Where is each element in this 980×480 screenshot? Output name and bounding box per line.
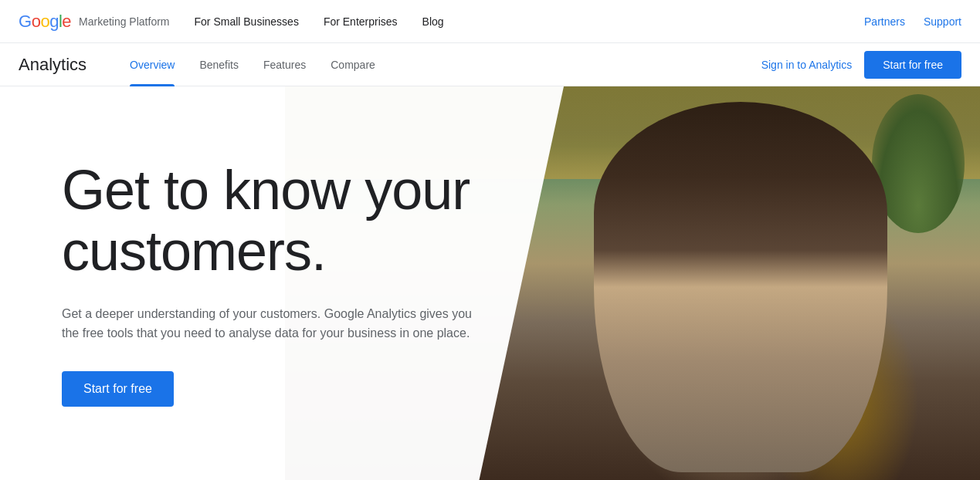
secondary-navigation: Analytics Overview Benefits Features Com… xyxy=(0,43,980,86)
top-navigation: Google Marketing Platform For Small Busi… xyxy=(0,0,980,43)
top-nav-right: Partners Support xyxy=(864,15,961,28)
nav-features[interactable]: Features xyxy=(251,43,318,86)
top-nav-links: For Small Businesses For Enterprises Blo… xyxy=(195,15,865,28)
nav-compare[interactable]: Compare xyxy=(318,43,388,86)
partners-link[interactable]: Partners xyxy=(864,15,905,28)
start-free-button-nav[interactable]: Start for free xyxy=(864,51,961,79)
support-link[interactable]: Support xyxy=(924,15,961,28)
hero-content-card: Get to know your customers. Get a deeper… xyxy=(0,86,564,480)
sign-in-link[interactable]: Sign in to Analytics xyxy=(761,59,853,71)
analytics-title: Analytics xyxy=(19,55,86,75)
nav-enterprises[interactable]: For Enterprises xyxy=(324,15,398,28)
secondary-nav-right: Sign in to Analytics Start for free xyxy=(761,51,961,79)
nav-blog[interactable]: Blog xyxy=(422,15,444,28)
nav-small-businesses[interactable]: For Small Businesses xyxy=(195,15,299,28)
hero-headline: Get to know your customers. xyxy=(62,160,502,282)
nav-overview[interactable]: Overview xyxy=(117,43,187,86)
google-logo: Google xyxy=(19,12,71,32)
hero-section: Get to know your customers. Get a deeper… xyxy=(0,86,980,480)
hero-cta-button[interactable]: Start for free xyxy=(62,371,174,407)
platform-name: Marketing Platform xyxy=(79,15,169,28)
nav-benefits[interactable]: Benefits xyxy=(187,43,251,86)
secondary-nav-links: Overview Benefits Features Compare xyxy=(117,43,761,86)
logo-area: Google Marketing Platform xyxy=(19,12,170,32)
hero-subtext: Get a deeper understanding of your custo… xyxy=(62,304,479,343)
person-silhouette xyxy=(594,102,887,472)
